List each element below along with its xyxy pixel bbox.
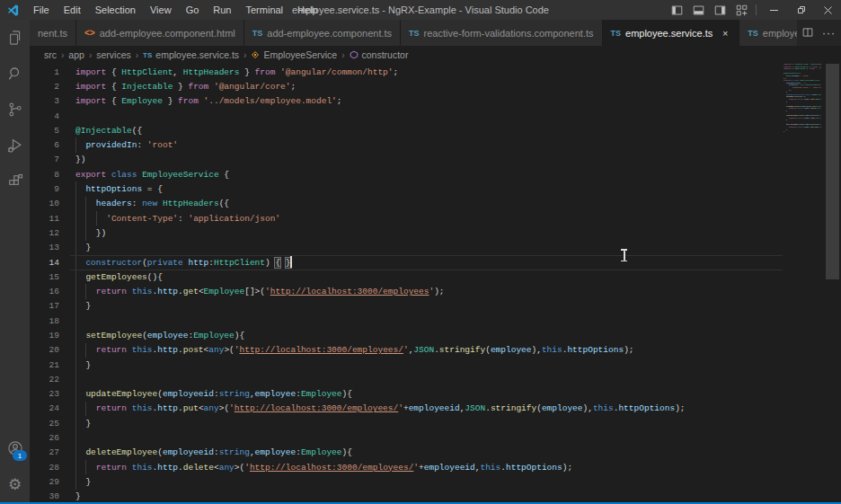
token: import xyxy=(75,82,106,92)
line-number: 17 xyxy=(30,301,59,311)
line-number: 4 xyxy=(30,111,59,121)
token: any xyxy=(208,345,224,355)
code-text: headers: new HttpHeaders({ xyxy=(75,199,229,208)
indent-guide xyxy=(75,474,76,489)
token xyxy=(75,184,85,194)
token: } xyxy=(75,491,81,501)
indent-guide xyxy=(75,358,76,372)
token: []>( xyxy=(244,287,265,296)
tab-label: add-employee.component.ts xyxy=(267,28,392,39)
token: http xyxy=(157,287,178,296)
code-editor[interactable]: 1import { HttpClient, HttpHeaders } from… xyxy=(30,64,841,502)
minimize-button[interactable] xyxy=(760,0,787,20)
code-line-18: 18 xyxy=(30,314,841,328)
title-bar: FileEditSelectionViewGoRunTerminalHelp e… xyxy=(0,0,841,20)
code-text: }) xyxy=(75,155,85,164)
menu-item-edit[interactable]: Edit xyxy=(57,0,88,20)
restore-button[interactable] xyxy=(787,0,814,20)
run-debug-icon[interactable] xyxy=(0,128,30,164)
token: from xyxy=(188,82,208,92)
line-number: 20 xyxy=(30,345,59,355)
line-number: 6 xyxy=(30,140,59,150)
token: { xyxy=(106,82,121,92)
close-tab-icon[interactable]: × xyxy=(720,28,730,39)
explorer-icon[interactable] xyxy=(0,20,30,56)
tab-add-employee-component-html[interactable]: <>add-employee.component.html xyxy=(76,20,244,46)
token: ; xyxy=(290,82,296,92)
indent-guide xyxy=(75,387,76,402)
ts-file-icon: TS xyxy=(252,29,263,38)
code-line-14: 14 constructor(private http:HttpClient) … xyxy=(30,255,841,270)
token: HttpClient xyxy=(214,258,265,268)
code-text: } xyxy=(75,491,81,501)
code-line-27: 27 deleteEmployee(employeeid:string,empl… xyxy=(30,446,841,460)
token: import xyxy=(75,67,106,77)
settings-icon[interactable]: ⚙ xyxy=(0,466,30,502)
window-controls xyxy=(666,0,841,20)
more-actions-icon[interactable]: ··· xyxy=(822,27,836,40)
token: constructor xyxy=(85,258,142,268)
token: { xyxy=(106,96,121,106)
token: httpOptions xyxy=(506,463,562,473)
breadcrumb-item-employee-service-ts[interactable]: TSemployee.service.ts xyxy=(143,49,239,60)
tab-employee-reducers-ts[interactable]: TSemployee.reducers.ts xyxy=(739,20,797,46)
code-text: return this.http.delete<any>('http://loc… xyxy=(75,463,572,473)
line-number: 19 xyxy=(30,331,59,340)
extensions-icon[interactable] xyxy=(0,164,30,199)
tab-employee-service-ts[interactable]: TSemployee.service.ts× xyxy=(603,20,740,46)
menu-item-file[interactable]: File xyxy=(26,0,57,20)
breadcrumb-item-src[interactable]: src xyxy=(44,49,57,60)
line-number: 24 xyxy=(30,403,59,413)
menu-item-go[interactable]: Go xyxy=(179,0,207,20)
code-text: import { Employee } from '../models/empl… xyxy=(75,96,342,106)
token: ){ xyxy=(235,331,244,340)
breadcrumb-item-constructor[interactable]: constructor xyxy=(350,49,409,60)
breadcrumb-item-app[interactable]: app xyxy=(68,49,84,60)
menu-item-help[interactable]: Help xyxy=(290,0,325,20)
token: } xyxy=(75,301,91,311)
minimap-token: { xyxy=(819,80,821,82)
code-line-29: 29 } xyxy=(30,474,841,489)
menu-item-selection[interactable]: Selection xyxy=(88,0,143,20)
current-line-border xyxy=(70,270,783,270)
menu-item-terminal[interactable]: Terminal xyxy=(239,0,291,20)
account-icon[interactable]: 1 xyxy=(0,430,30,466)
code-line-30: 30} xyxy=(30,490,841,502)
tab-nent-ts[interactable]: nent.ts xyxy=(30,20,76,46)
split-editor-icon[interactable] xyxy=(802,25,813,41)
minimap-token: Employee xyxy=(795,68,805,70)
indent-guide xyxy=(75,270,76,284)
close-button[interactable] xyxy=(814,0,841,20)
menu-item-run[interactable]: Run xyxy=(206,0,238,20)
layout-panel-bottom-icon[interactable] xyxy=(687,0,709,20)
layout-sidebar-right-icon[interactable] xyxy=(709,0,730,20)
layout-customize-icon[interactable] xyxy=(730,0,752,20)
token: Employee xyxy=(204,287,245,296)
minimap-line: } xyxy=(783,131,821,134)
source-control-icon[interactable] xyxy=(0,92,30,128)
vertical-scrollbar[interactable] xyxy=(826,64,839,279)
code-text: import { HttpClient, HttpHeaders } from … xyxy=(75,67,398,77)
token: setEmployee xyxy=(85,331,142,340)
layout-sidebar-left-icon[interactable] xyxy=(666,0,687,20)
tab-add-employee-component-ts[interactable]: TSadd-employee.component.ts xyxy=(244,20,401,46)
code-line-25: 25 } xyxy=(30,416,841,430)
token: , xyxy=(173,67,182,77)
vscode-window: FileEditSelectionViewGoRunTerminalHelp e… xyxy=(0,0,841,504)
breadcrumb-item-employeeservice[interactable]: EmployeeService xyxy=(251,49,337,60)
token: from xyxy=(178,96,199,106)
token: from xyxy=(255,67,276,77)
minimap-token: '../models/employee.model' xyxy=(816,68,821,70)
token: = { xyxy=(142,184,163,194)
breadcrumb-label: src xyxy=(44,49,57,60)
tab-reactive-form-validations-component-ts[interactable]: TSreactive-form-validations.component.ts xyxy=(401,20,602,46)
minimap-token: } xyxy=(783,119,787,121)
search-icon[interactable] xyxy=(0,56,30,92)
minimap[interactable]: import { HttpClient, HttpHeaders } from … xyxy=(783,64,821,502)
code-text: } xyxy=(75,419,91,429)
menu-item-view[interactable]: View xyxy=(143,0,179,20)
line-number: 5 xyxy=(30,126,59,136)
indent-guide xyxy=(75,181,76,196)
token xyxy=(75,447,85,457)
breadcrumb-item-services[interactable]: services xyxy=(96,49,131,60)
